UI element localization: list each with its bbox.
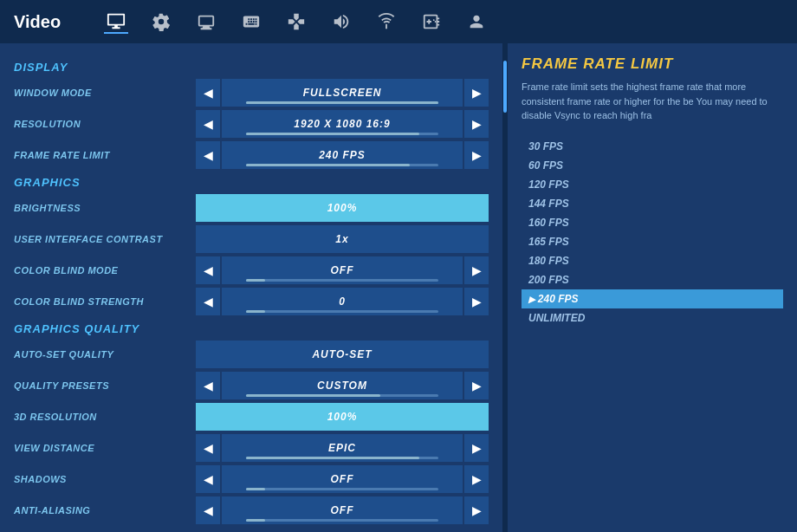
- resolution-next-button[interactable]: ▶: [464, 110, 489, 138]
- quality-presets-prev-button[interactable]: ◀: [196, 372, 220, 399]
- anti-aliasing-label: ANTI-ALIASING: [14, 505, 196, 516]
- quality-presets-label: QUALITY PRESETS: [14, 380, 196, 391]
- auto-set-quality-control: AUTO-SET: [196, 341, 489, 368]
- fps-item-240-selected[interactable]: 240 FPS: [522, 289, 783, 308]
- frame-rate-row: FRAME RATE LIMIT ◀ 240 FPS ▶: [14, 141, 489, 169]
- resolution-value: 1920 X 1080 16:9: [222, 110, 463, 138]
- shadows-next-button[interactable]: ▶: [464, 465, 489, 493]
- gamepad-nav-icon[interactable]: [419, 10, 444, 34]
- fps-item-60[interactable]: 60 FPS: [522, 156, 783, 175]
- brightness-value[interactable]: 100%: [196, 194, 489, 222]
- shadows-label: SHADOWS: [14, 474, 196, 484]
- quality-presets-value: CUSTOM: [222, 372, 463, 399]
- audio-nav-icon[interactable]: [329, 10, 353, 34]
- resolution-prev-button[interactable]: ◀: [196, 110, 220, 138]
- right-panel-desc: Frame rate limit sets the highest frame …: [522, 80, 783, 123]
- shadows-value: OFF: [222, 465, 463, 493]
- brightness-row: BRIGHTNESS 100%: [14, 194, 489, 222]
- gear-nav-icon[interactable]: [149, 10, 173, 34]
- view-distance-control: ◀ EPIC ▶: [196, 434, 489, 462]
- fps-item-180[interactable]: 180 FPS: [522, 251, 783, 270]
- 3d-resolution-value[interactable]: 100%: [196, 403, 489, 431]
- color-blind-strength-prev-button[interactable]: ◀: [196, 288, 220, 315]
- frame-rate-prev-button[interactable]: ◀: [196, 141, 220, 169]
- top-bar: Video: [0, 0, 797, 43]
- graphics-section-header: GRAPHICS: [14, 176, 489, 189]
- scroll-thumb[interactable]: [503, 61, 507, 113]
- fps-item-144[interactable]: 144 FPS: [522, 194, 783, 213]
- 3d-resolution-control: 100%: [196, 403, 489, 431]
- 3d-resolution-row: 3D RESOLUTION 100%: [14, 403, 489, 431]
- scroll-indicator: [502, 61, 508, 532]
- keyboard-nav-icon[interactable]: [239, 10, 263, 34]
- brightness-control: 100%: [196, 194, 489, 222]
- color-blind-strength-control: ◀ 0 ▶: [196, 288, 489, 315]
- color-blind-strength-next-button[interactable]: ▶: [464, 288, 489, 315]
- svg-point-1: [435, 21, 437, 23]
- view-distance-row: VIEW DISTANCE ◀ EPIC ▶: [14, 434, 489, 462]
- color-blind-mode-prev-button[interactable]: ◀: [196, 256, 220, 284]
- frame-rate-next-button[interactable]: ▶: [464, 141, 489, 169]
- fps-item-120[interactable]: 120 FPS: [522, 175, 783, 194]
- window-mode-value: FULLSCREEN: [222, 79, 463, 107]
- fps-item-160[interactable]: 160 FPS: [522, 213, 783, 232]
- shadows-prev-button[interactable]: ◀: [196, 465, 220, 493]
- scroll-divider: [502, 43, 508, 532]
- controller-nav-icon[interactable]: [284, 10, 308, 34]
- auto-set-quality-row: AUTO-SET QUALITY AUTO-SET: [14, 341, 489, 368]
- ui-contrast-label: USER INTERFACE CONTRAST: [14, 234, 196, 244]
- user-nav-icon[interactable]: [464, 10, 489, 34]
- ui-contrast-row: USER INTERFACE CONTRAST 1x: [14, 225, 489, 253]
- fps-item-30[interactable]: 30 FPS: [522, 137, 783, 156]
- anti-aliasing-prev-button[interactable]: ◀: [196, 496, 220, 524]
- resolution-control: ◀ 1920 X 1080 16:9 ▶: [196, 110, 489, 138]
- resolution-row: RESOLUTION ◀ 1920 X 1080 16:9 ▶: [14, 110, 489, 138]
- window-mode-row: WINDOW MODE ◀ FULLSCREEN ▶: [14, 79, 489, 107]
- resolution-label: RESOLUTION: [14, 119, 196, 129]
- window-mode-control: ◀ FULLSCREEN ▶: [196, 79, 489, 107]
- ui-contrast-value: 1x: [196, 225, 489, 253]
- anti-aliasing-value: OFF: [222, 496, 463, 524]
- right-panel-title: FRAME RATE LIMIT: [522, 55, 783, 73]
- color-blind-mode-label: COLOR BLIND MODE: [14, 265, 196, 276]
- fps-item-200[interactable]: 200 FPS: [522, 270, 783, 289]
- monitor-nav-icon[interactable]: [104, 10, 128, 34]
- fps-item-165[interactable]: 165 FPS: [522, 232, 783, 251]
- shadows-control: ◀ OFF ▶: [196, 465, 489, 493]
- display-nav-icon[interactable]: [194, 10, 218, 34]
- graphics-quality-section-header: GRAPHICS QUALITY: [14, 322, 489, 335]
- color-blind-mode-row: COLOR BLIND MODE ◀ OFF ▶: [14, 256, 489, 284]
- main-content: DISPLAY WINDOW MODE ◀ FULLSCREEN ▶ RESOL…: [0, 43, 797, 532]
- frame-rate-control: ◀ 240 FPS ▶: [196, 141, 489, 169]
- right-panel: FRAME RATE LIMIT Frame rate limit sets t…: [508, 43, 797, 532]
- color-blind-strength-row: COLOR BLIND STRENGTH ◀ 0 ▶: [14, 288, 489, 315]
- ui-contrast-control: 1x: [196, 225, 489, 253]
- color-blind-mode-control: ◀ OFF ▶: [196, 256, 489, 284]
- shadows-row: SHADOWS ◀ OFF ▶: [14, 465, 489, 493]
- brightness-label: BRIGHTNESS: [14, 203, 196, 213]
- view-distance-next-button[interactable]: ▶: [464, 434, 489, 462]
- color-blind-strength-value: 0: [222, 288, 463, 315]
- auto-set-quality-value[interactable]: AUTO-SET: [196, 341, 489, 368]
- window-mode-label: WINDOW MODE: [14, 88, 196, 98]
- color-blind-strength-label: COLOR BLIND STRENGTH: [14, 296, 196, 307]
- fps-item-unlimited[interactable]: UNLIMITED: [522, 308, 783, 328]
- quality-presets-next-button[interactable]: ▶: [464, 372, 489, 399]
- svg-point-0: [433, 19, 435, 21]
- anti-aliasing-row: ANTI-ALIASING ◀ OFF ▶: [14, 496, 489, 524]
- quality-presets-row: QUALITY PRESETS ◀ CUSTOM ▶: [14, 372, 489, 399]
- window-mode-prev-button[interactable]: ◀: [196, 79, 220, 107]
- quality-presets-control: ◀ CUSTOM ▶: [196, 372, 489, 399]
- nav-icons: [104, 10, 489, 34]
- fps-list: 30 FPS 60 FPS 120 FPS 144 FPS 160 FPS 16…: [522, 137, 783, 328]
- window-mode-next-button[interactable]: ▶: [464, 79, 489, 107]
- network-nav-icon[interactable]: [374, 10, 398, 34]
- anti-aliasing-next-button[interactable]: ▶: [464, 496, 489, 524]
- frame-rate-label: FRAME RATE LIMIT: [14, 150, 196, 160]
- color-blind-mode-next-button[interactable]: ▶: [464, 256, 489, 284]
- display-section-header: DISPLAY: [14, 61, 489, 74]
- view-distance-label: VIEW DISTANCE: [14, 443, 196, 453]
- view-distance-prev-button[interactable]: ◀: [196, 434, 220, 462]
- anti-aliasing-control: ◀ OFF ▶: [196, 496, 489, 524]
- 3d-resolution-label: 3D RESOLUTION: [14, 412, 196, 422]
